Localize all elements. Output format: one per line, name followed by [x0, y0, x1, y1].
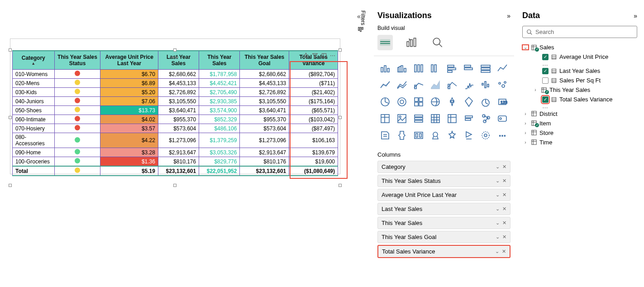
- analytics-tab[interactable]: [430, 35, 445, 50]
- remove-icon[interactable]: ✕: [502, 249, 506, 254]
- format-visual-tab[interactable]: [404, 35, 419, 50]
- viz-clustered-bar-icon[interactable]: [394, 61, 410, 76]
- remove-icon[interactable]: ✕: [502, 178, 506, 184]
- resize-handle-bl[interactable]: [9, 184, 12, 187]
- resize-handle-bm[interactable]: [173, 184, 177, 187]
- table-row[interactable]: 090-Home $3.28 $2,913,647 $3,053,326 $2,…: [13, 148, 338, 157]
- resize-handle-rm[interactable]: [339, 116, 342, 119]
- viz-collapse-icon[interactable]: »: [507, 12, 510, 19]
- viz-map-icon[interactable]: [428, 94, 443, 110]
- viz-multirow-icon[interactable]: [411, 111, 426, 126]
- table-row[interactable]: 100-Groceries $1.36 $810,176 $829,776 $8…: [13, 157, 338, 167]
- resize-handle-tr[interactable]: [339, 48, 342, 52]
- focus-icon[interactable]: [321, 53, 327, 60]
- viz-decomposition-icon[interactable]: [478, 111, 493, 126]
- viz-key-influencer-icon[interactable]: [444, 128, 460, 143]
- chevron-down-icon[interactable]: ⌄: [495, 249, 499, 254]
- tree-item[interactable]: › Item: [522, 119, 637, 128]
- viz-stacked-column-icon[interactable]: [411, 61, 426, 76]
- viz-table-icon[interactable]: [428, 111, 443, 126]
- chevron-right-icon[interactable]: ›: [522, 121, 529, 126]
- viz-pivot-icon[interactable]: [444, 111, 460, 126]
- viz-scatter-icon[interactable]: [495, 77, 510, 93]
- table-row[interactable]: 030-Kids $5.20 $2,726,892 $2,705,490 $2,…: [13, 88, 338, 97]
- chevron-right-icon[interactable]: ›: [522, 140, 529, 145]
- viz-stacked-bar-icon[interactable]: [377, 61, 393, 76]
- column-well-item[interactable]: Last Year Sales ⌄ ✕: [377, 203, 510, 215]
- viz-card-icon[interactable]: 123: [495, 94, 510, 110]
- viz-combo-icon[interactable]: [411, 77, 426, 93]
- tree-avg-unit-price[interactable]: ✓ Average Unit Price: [522, 52, 637, 62]
- remove-icon[interactable]: ✕: [502, 192, 506, 198]
- tree-sales-per-sqft[interactable]: Sales Per Sq Ft: [522, 76, 637, 85]
- viz-slicer-icon[interactable]: [461, 111, 477, 126]
- table-row[interactable]: 010-Womens $6.70 $2,680,662 $1,787,958 $…: [13, 70, 338, 79]
- tree-district[interactable]: › District: [522, 109, 637, 119]
- chevron-down-icon[interactable]: ⌄: [496, 206, 500, 212]
- viz-waterfall-icon[interactable]: [478, 77, 493, 93]
- chevron-down-icon[interactable]: ⌄: [496, 220, 500, 226]
- column-well-item[interactable]: Category ⌄ ✕: [377, 161, 510, 173]
- chevron-right-icon[interactable]: ›: [522, 130, 529, 135]
- resize-handle-tl[interactable]: [9, 48, 12, 52]
- col-header-lastyear[interactable]: Last Year Sales: [158, 51, 199, 70]
- viz-r-icon[interactable]: [478, 128, 493, 143]
- tree-total-sales-variance[interactable]: ✓ Total Sales Variance: [522, 95, 637, 104]
- table-row[interactable]: 070-Hosiery $3.57 $573,604 $486,106 $573…: [13, 124, 338, 133]
- chevron-down-icon[interactable]: ⌄: [496, 178, 500, 184]
- more-icon[interactable]: ⋯: [330, 53, 335, 60]
- table-row[interactable]: 050-Shoes $13.73 $3,640,471 $3,574,900 $…: [13, 106, 338, 115]
- viz-smart-narrative-icon[interactable]: [411, 128, 426, 143]
- build-visual-tab[interactable]: [377, 35, 393, 50]
- viz-qa-icon[interactable]: [428, 128, 443, 143]
- viz-clustered-bar-h-icon[interactable]: [461, 61, 477, 76]
- viz-funnel-icon[interactable]: [444, 94, 460, 110]
- column-well-item[interactable]: This Year Sales Goal ⌄ ✕: [377, 231, 510, 243]
- col-header-thisyear[interactable]: This Year Sales: [199, 51, 240, 70]
- checkbox-unchecked-icon[interactable]: [542, 77, 549, 84]
- resize-handle-tm[interactable]: [173, 48, 177, 52]
- remove-icon[interactable]: ✕: [502, 164, 506, 170]
- viz-donut-icon[interactable]: [394, 94, 410, 110]
- viz-image-icon[interactable]: [394, 111, 410, 126]
- viz-line-icon[interactable]: [495, 61, 510, 76]
- viz-more-icon[interactable]: ⋯: [495, 128, 510, 143]
- tree-time[interactable]: › Time: [522, 138, 637, 147]
- remove-icon[interactable]: ✕: [502, 206, 506, 212]
- table-row[interactable]: 080-Accessories $4.22 $1,273,096 $1,379,…: [13, 133, 338, 148]
- column-well-item[interactable]: Total Sales Variance ⌄ ✕: [377, 245, 510, 258]
- resize-handle-lm[interactable]: [9, 116, 12, 119]
- checkbox-checked-icon[interactable]: ✓: [542, 54, 549, 60]
- viz-area-icon[interactable]: [377, 77, 393, 93]
- viz-matrix-icon[interactable]: [377, 111, 393, 126]
- tree-this-year-sales[interactable]: › This Year Sales: [522, 85, 637, 95]
- col-header-goal[interactable]: This Year Sales Goal: [240, 51, 289, 70]
- viz-gauge-icon[interactable]: [478, 94, 493, 110]
- viz-hundred-bar-icon[interactable]: [478, 61, 493, 76]
- viz-pie-icon[interactable]: [377, 94, 393, 110]
- chevron-down-icon[interactable]: ⌄: [496, 164, 500, 170]
- viz-button-icon[interactable]: [495, 111, 510, 126]
- filters-panel-icon[interactable]: [358, 26, 364, 34]
- tree-sales[interactable]: ⌄ Sales: [522, 43, 637, 52]
- table-row[interactable]: 020-Mens $6.89 $4,453,133 $4,452,421 $4,…: [13, 79, 338, 88]
- pin-icon[interactable]: [303, 53, 309, 60]
- remove-icon[interactable]: ✕: [502, 234, 506, 240]
- viz-kpi-icon[interactable]: [394, 128, 410, 143]
- viz-multi-line-icon[interactable]: [394, 77, 410, 93]
- viz-python-icon[interactable]: [461, 128, 477, 143]
- search-input[interactable]: Search: [522, 26, 637, 38]
- viz-treemap-icon[interactable]: [411, 94, 426, 110]
- viz-line-column-icon[interactable]: [444, 77, 460, 93]
- chevron-down-icon[interactable]: ⌄: [522, 45, 529, 50]
- col-header-avgprice[interactable]: Average Unit Price Last Year: [100, 51, 158, 70]
- column-well-item[interactable]: This Year Sales ⌄ ✕: [377, 217, 510, 229]
- chevron-down-icon[interactable]: ⌄: [496, 192, 500, 198]
- table-row[interactable]: 060-Intimate $4.02 $955,370 $852,329 $95…: [13, 115, 338, 124]
- viz-area-stacked-icon[interactable]: [428, 77, 443, 93]
- checkbox-checked-icon[interactable]: ✓: [542, 96, 549, 103]
- table-visual[interactable]: ══ ⋯ Category▲ This Year Sales Status Av…: [10, 38, 340, 174]
- filters-pane-label[interactable]: Filters: [355, 10, 366, 25]
- filter-icon[interactable]: [312, 53, 318, 60]
- chevron-down-icon[interactable]: ⌄: [496, 234, 500, 240]
